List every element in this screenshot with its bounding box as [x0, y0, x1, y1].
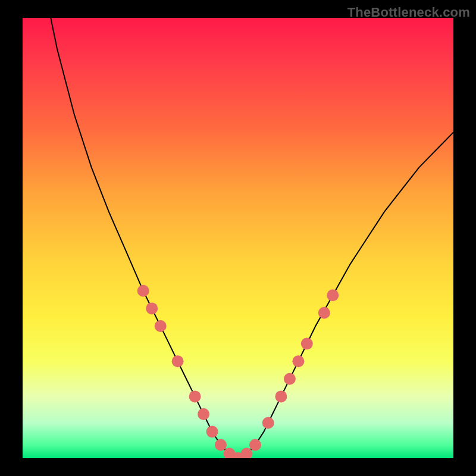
data-marker [275, 390, 287, 402]
data-marker [249, 439, 261, 451]
data-marker [318, 307, 330, 319]
data-marker [292, 355, 304, 367]
data-marker [284, 373, 296, 385]
data-marker [206, 426, 218, 438]
data-marker [215, 439, 227, 451]
marker-group [137, 285, 339, 458]
data-marker [198, 408, 209, 420]
data-marker [172, 355, 184, 367]
bottleneck-curve [23, 18, 453, 458]
plot-area [23, 18, 453, 458]
data-marker [137, 285, 149, 297]
data-marker [301, 338, 313, 350]
data-marker [327, 289, 339, 301]
data-marker [262, 417, 274, 429]
chart-frame: TheBottleneck.com [0, 0, 476, 476]
curve-overlay [23, 18, 453, 458]
data-marker [146, 302, 158, 314]
data-marker [155, 320, 167, 332]
data-marker [189, 390, 201, 402]
